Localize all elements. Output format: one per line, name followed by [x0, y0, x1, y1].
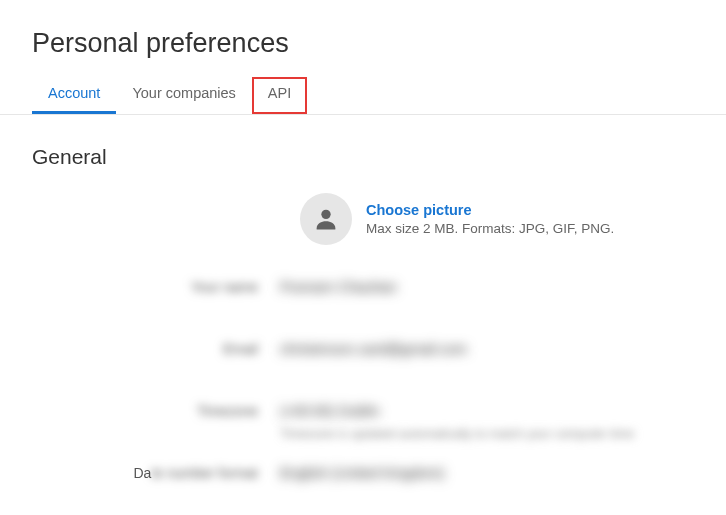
field-value-timezone[interactable]: (+00:00) Dublin: [280, 397, 726, 419]
person-icon: [312, 205, 340, 233]
picture-hint: Max size 2 MB. Formats: JPG, GIF, PNG.: [366, 221, 614, 236]
section-title-general: General: [0, 115, 726, 193]
field-label-date-format: Date number format: [0, 459, 280, 481]
field-row-date-format: Date number format English (United Kingd…: [0, 459, 726, 509]
field-row-timezone: Timezone (+00:00) Dublin Timezone is upd…: [0, 397, 726, 447]
field-label-timezone: Timezone: [0, 397, 280, 419]
field-row-email: Email christenson.card@gmail.com: [0, 335, 726, 385]
fields: Your name Poonam Chauhan Email christens…: [0, 269, 726, 509]
field-value-email[interactable]: christenson.card@gmail.com: [280, 335, 726, 357]
page-title: Personal preferences: [0, 0, 726, 77]
avatar[interactable]: [300, 193, 352, 245]
picture-row: Choose picture Max size 2 MB. Formats: J…: [0, 193, 726, 245]
svg-point-0: [321, 210, 330, 219]
tabs: Account Your companies API: [0, 77, 726, 115]
choose-picture-link[interactable]: Choose picture: [366, 202, 614, 218]
tab-account[interactable]: Account: [32, 77, 116, 114]
field-row-name: Your name Poonam Chauhan: [0, 273, 726, 323]
field-label-email: Email: [0, 335, 280, 357]
field-value-name[interactable]: Poonam Chauhan: [280, 273, 726, 295]
field-label-name: Your name: [0, 273, 280, 295]
field-value-date-format[interactable]: English (United Kingdom): [280, 459, 726, 481]
tab-api[interactable]: API: [252, 77, 307, 114]
field-sub-timezone: Timezone is updated automatically to mat…: [280, 427, 726, 441]
tab-your-companies[interactable]: Your companies: [116, 77, 251, 114]
